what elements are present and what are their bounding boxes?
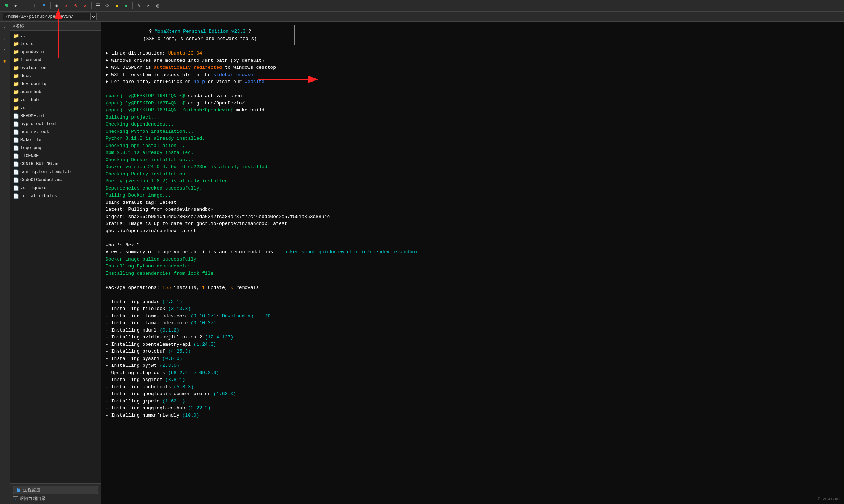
out-pandas: - Installing pandas (2.2.1) bbox=[106, 298, 840, 306]
toolbar-icon-14[interactable]: ✎ bbox=[135, 2, 143, 10]
folder-icon-dotdot: 📁 bbox=[13, 33, 19, 39]
tree-item-gitattributes[interactable]: 📄 .gitattributes bbox=[10, 192, 101, 200]
bullet-help: ► For more info, ctrl+click on help or v… bbox=[106, 78, 840, 86]
folder-icon-git: 📁 bbox=[13, 105, 19, 111]
file-icon-license: 📄 bbox=[13, 153, 19, 159]
tree-item-label-opendevin: opendevin bbox=[20, 49, 44, 55]
tree-item-github[interactable]: 📁 .github bbox=[10, 96, 101, 104]
file-tree-panel: ▲ 名称 📁 .. 📁 tests 📁 opendevin 📁 frontend… bbox=[10, 22, 101, 504]
file-icon-gitattributes: 📄 bbox=[13, 193, 19, 199]
tree-item-contributing[interactable]: 📄 CONTRIBUTING.md bbox=[10, 160, 101, 168]
folder-icon-github: 📁 bbox=[13, 97, 19, 103]
out-installing-lock: Installing dependencies from lock file bbox=[106, 270, 840, 277]
toolbar-icon-15[interactable]: ✂ bbox=[144, 2, 152, 10]
out-pyasn1: - Installing pyasn1 (0.6.0) bbox=[106, 355, 840, 362]
remote-monitor-icon: 🖥 bbox=[16, 487, 21, 493]
tree-item-label-dotdot: .. bbox=[20, 33, 25, 39]
out-ghcr: ghcr.io/opendevin/sandbox:latest bbox=[106, 227, 840, 235]
out-check-deps: Checking dependencies... bbox=[106, 121, 840, 128]
tree-item-label-tests: tests bbox=[20, 41, 33, 47]
bullet-windows: ► Windows drives are mounted into /mnt p… bbox=[106, 57, 840, 64]
out-building: Building project... bbox=[106, 114, 840, 121]
file-tree-header: ▲ 名称 bbox=[10, 22, 101, 31]
tree-item-codeofconduct[interactable]: 📄 CodeOfConduct.md bbox=[10, 176, 101, 184]
follow-terminal-label: 跟随终端目录 bbox=[20, 496, 46, 502]
toolbar-icon-11[interactable]: ⟳ bbox=[103, 2, 111, 10]
info-box-line1: ? MobaXterm Personal Edition v23.0 ? bbox=[112, 28, 289, 35]
tree-item-label-license: LICENSE bbox=[20, 154, 39, 159]
tree-item-dev-config[interactable]: 📁 dev_config bbox=[10, 80, 101, 88]
out-humanfriendly: - Installing humanfriendly (10.0) bbox=[106, 412, 840, 419]
cmd-text-2: cd github/OpenDevin/ bbox=[188, 100, 245, 106]
out-poetry-installed: Poetry (version 1.8.2) is already instal… bbox=[106, 178, 840, 185]
out-googleapis: - Installing googleapis-common-protos (1… bbox=[106, 390, 840, 398]
out-status: Status: Image is up to date for ghcr.io/… bbox=[106, 220, 840, 227]
toolbar-icon-12[interactable]: ● bbox=[113, 2, 121, 10]
tree-item-gitignore[interactable]: 📄 .gitignore bbox=[10, 184, 101, 192]
out-default-tag: Using default tag: latest bbox=[106, 199, 840, 206]
ops-removals-num: 0 bbox=[230, 285, 233, 290]
out-pulling: Pulling Docker image... bbox=[106, 192, 840, 199]
terminal-body[interactable]: ? MobaXterm Personal Edition v23.0 ? (SS… bbox=[101, 22, 844, 504]
tree-item-tests[interactable]: 📁 tests bbox=[10, 40, 101, 48]
tree-item-frontend[interactable]: 📁 frontend bbox=[10, 56, 101, 64]
tree-item-makefile[interactable]: 📄 Makefile bbox=[10, 136, 101, 144]
toolbar-icon-2[interactable]: ★ bbox=[12, 2, 20, 10]
toolbar-icon-8[interactable]: ⊗ bbox=[72, 2, 80, 10]
tree-item-opendevin[interactable]: 📁 opendevin bbox=[10, 48, 101, 56]
tree-item-poetry-lock[interactable]: 📄 poetry.lock bbox=[10, 128, 101, 136]
toolbar-icon-9[interactable]: ✕ bbox=[81, 2, 89, 10]
tree-item-git[interactable]: 📁 .git bbox=[10, 104, 101, 112]
tree-item-label-github: .github bbox=[20, 98, 39, 103]
left-icon-active[interactable]: ◉ bbox=[1, 57, 9, 65]
folder-icon-tests: 📁 bbox=[13, 41, 19, 47]
tree-item-readme[interactable]: 📄 README.md bbox=[10, 112, 101, 120]
sidebar-text: sidebar browser bbox=[213, 72, 256, 78]
ops-installs-num: 155 bbox=[162, 285, 171, 290]
tree-item-label-readme: README.md bbox=[20, 114, 44, 119]
toolbar-icon-5[interactable]: ⊞ bbox=[40, 2, 48, 10]
toolbar-icon-4[interactable]: ↓ bbox=[31, 2, 39, 10]
file-icon-readme: 📄 bbox=[13, 113, 19, 119]
toolbar: ⊞ ★ ↑ ↓ ⊞ ◈ ✗ ⊗ ✕ ☰ ⟳ ● ● ✎ ✂ ◎ bbox=[0, 0, 844, 12]
tree-item-pyproject[interactable]: 📄 pyproject.toml bbox=[10, 120, 101, 128]
tree-item-license[interactable]: 📄 LICENSE bbox=[10, 152, 101, 160]
file-tree-bottom: 🖥 远程监控 ✓ 跟随终端目录 bbox=[10, 483, 101, 504]
toolbar-icon-1[interactable]: ⊞ bbox=[2, 2, 10, 10]
file-icon-logo: 📄 bbox=[13, 145, 19, 151]
toolbar-icon-6[interactable]: ◈ bbox=[53, 2, 61, 10]
left-icon-arrow[interactable]: ↑ bbox=[1, 24, 9, 32]
left-icon-star[interactable]: ☆ bbox=[1, 35, 9, 43]
out-llama: - Installing llama-index-core (0.10.27) bbox=[106, 320, 840, 327]
out-opentelemetry: - Installing opentelemetry-api (1.24.0) bbox=[106, 341, 840, 348]
ubuntu-text: Ubuntu-20.04 bbox=[168, 51, 202, 56]
remote-monitor-btn[interactable]: 🖥 远程监控 bbox=[13, 486, 98, 494]
path-dropdown[interactable]: ▼ bbox=[90, 13, 97, 20]
tree-item-label-git: .git bbox=[20, 106, 31, 111]
toolbar-icon-7[interactable]: ✗ bbox=[62, 2, 70, 10]
tree-item-agenthub[interactable]: 📁 agenthub bbox=[10, 88, 101, 96]
file-tree-body[interactable]: 📁 .. 📁 tests 📁 opendevin 📁 frontend 📁 ev… bbox=[10, 31, 101, 483]
cmd-make-build: (open) ly@DESKTOP-163T4QN:~/github/OpenD… bbox=[106, 107, 840, 114]
follow-terminal-checkbox[interactable]: ✓ bbox=[13, 496, 18, 501]
tree-item-label-agenthub: agenthub bbox=[20, 90, 41, 95]
prompt-base-1: (base) ly@DESKTOP-163T4QN:~$ bbox=[106, 93, 188, 99]
out-setuptools: - Updating setuptools (68.2.2 -> 69.2.0) bbox=[106, 369, 840, 377]
tree-item-dotdot[interactable]: 📁 .. bbox=[10, 32, 101, 40]
toolbar-icon-10[interactable]: ☰ bbox=[94, 2, 102, 10]
path-input[interactable] bbox=[3, 13, 90, 20]
tree-item-evaluation[interactable]: 📁 evaluation bbox=[10, 64, 101, 72]
remote-monitor-label: 远程监控 bbox=[23, 487, 40, 493]
toolbar-icon-3[interactable]: ↑ bbox=[21, 2, 29, 10]
tree-item-logo[interactable]: 📄 logo.png bbox=[10, 144, 101, 152]
file-icon-config-template: 📄 bbox=[13, 169, 19, 175]
folder-icon-frontend: 📁 bbox=[13, 57, 19, 63]
out-docker-pulled: Docker image pulled successfully. bbox=[106, 256, 840, 263]
tree-item-config-template[interactable]: 📄 config.toml.template bbox=[10, 168, 101, 176]
toolbar-icon-13[interactable]: ● bbox=[122, 2, 130, 10]
tree-item-docs[interactable]: 📁 docs bbox=[10, 72, 101, 80]
left-icon-nav[interactable]: ↖ bbox=[1, 46, 9, 54]
toolbar-icon-16[interactable]: ◎ bbox=[154, 2, 162, 10]
out-pyjwt: - Installing pyjwt (2.8.0) bbox=[106, 362, 840, 369]
out-package-ops: Package operations: 155 installs, 1 upda… bbox=[106, 284, 840, 291]
